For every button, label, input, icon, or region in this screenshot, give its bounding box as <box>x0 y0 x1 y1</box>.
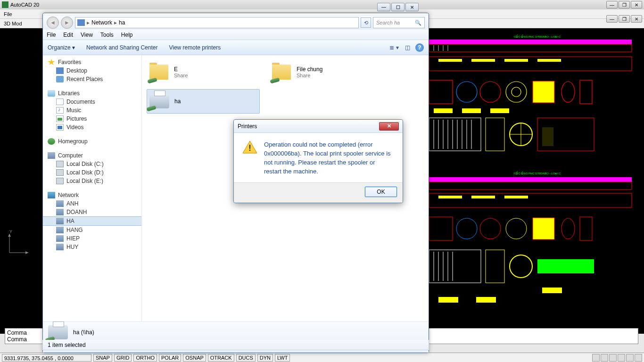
dyn-toggle[interactable]: DYN <box>257 354 273 362</box>
share-folder-file-chung[interactable]: File chungShare <box>269 60 382 84</box>
view-options-button[interactable]: ≣ ▾ <box>389 43 399 52</box>
network-icon <box>77 19 85 26</box>
help-menu[interactable]: Help <box>121 32 133 38</box>
help-button[interactable]: ? <box>415 43 424 52</box>
tree-net-huy[interactable]: HUY <box>43 243 141 251</box>
svg-rect-26 <box>462 108 481 113</box>
network-sharing-center-link[interactable]: Network and Sharing Center <box>86 44 157 51</box>
svg-rect-51 <box>429 217 453 240</box>
autocad-title-text: AutoCAD 20 <box>10 2 39 8</box>
homegroup[interactable]: Homegroup <box>43 137 141 146</box>
libraries-icon <box>48 90 55 97</box>
address-bar[interactable]: ▸ Network ▸ ha <box>75 17 359 28</box>
doc-minimize-button[interactable]: — <box>606 15 618 23</box>
navigation-pane[interactable]: Favorites Desktop Recent Places Librarie… <box>43 55 142 321</box>
svg-point-54 <box>506 218 527 239</box>
network-icon <box>48 192 55 198</box>
view-remote-printers-link[interactable]: View remote printers <box>169 44 221 51</box>
doc-close-button[interactable]: ✕ <box>631 15 642 23</box>
svg-text:CỐC ỐNG PHC D700/ABO - LOẠI C: CỐC ỐNG PHC D700/ABO - LOẠI C <box>514 171 561 175</box>
grid-toggle[interactable]: GRID <box>114 354 132 362</box>
tree-disk-e[interactable]: Local Disk (E:) <box>43 177 141 185</box>
svg-rect-64 <box>486 250 504 283</box>
explorer-toolbar: Organize ▾ Network and Sharing Center Vi… <box>43 40 429 55</box>
dialog-titlebar[interactable]: Printers ✕ <box>234 120 403 133</box>
osnap-toggle[interactable]: OSNAP <box>183 354 206 362</box>
svg-rect-43 <box>542 127 553 146</box>
tree-desktop[interactable]: Desktop <box>43 66 141 75</box>
tree-net-hang[interactable]: HANG <box>43 226 141 234</box>
favorites-group[interactable]: Favorites <box>43 58 141 66</box>
tree-disk-d[interactable]: Local Disk (D:) <box>43 168 141 177</box>
tree-pictures[interactable]: Pictures <box>43 115 141 123</box>
organize-button[interactable]: Organize ▾ <box>48 44 75 51</box>
bg-max-button[interactable]: ☐ <box>391 3 405 11</box>
breadcrumb-network[interactable]: Network <box>91 19 112 26</box>
doc-restore-button[interactable]: ❐ <box>619 15 630 23</box>
edit-menu[interactable]: Edit <box>63 32 73 38</box>
dialog-message: Operation could not be completed (error … <box>264 140 394 176</box>
tree-recent-places[interactable]: Recent Places <box>43 75 141 83</box>
svg-text:!: ! <box>248 143 251 153</box>
lwt-toggle[interactable]: LWT <box>275 354 290 362</box>
printer-ha[interactable]: ha <box>147 89 260 114</box>
forward-button[interactable]: ► <box>61 16 73 29</box>
svg-rect-69 <box>476 297 496 303</box>
close-button[interactable]: ✕ <box>631 1 642 8</box>
svg-rect-6 <box>429 40 632 44</box>
status-icon[interactable] <box>618 354 625 362</box>
svg-rect-48 <box>438 196 462 198</box>
printer-icon <box>149 94 169 108</box>
tree-music[interactable]: Music <box>43 106 141 115</box>
tools-menu[interactable]: Tools <box>100 32 114 38</box>
status-icon[interactable] <box>626 354 634 362</box>
breadcrumb-ha[interactable]: ha <box>119 19 125 26</box>
snap-toggle[interactable]: SNAP <box>93 354 112 362</box>
file-menu[interactable]: File <box>4 11 12 17</box>
explorer-navbar: ◄ ► ▸ Network ▸ ha ⟲ Search ha 🔍 <box>43 16 429 30</box>
tree-net-anh[interactable]: ANH <box>43 199 141 208</box>
search-input[interactable]: Search ha 🔍 <box>373 17 425 28</box>
bg-close-button[interactable]: ✕ <box>405 3 419 11</box>
computer-icon <box>56 244 64 250</box>
status-icon[interactable] <box>592 354 600 362</box>
network-group[interactable]: Network <box>43 191 141 199</box>
svg-marker-3 <box>8 234 11 237</box>
tree-net-ha[interactable]: HA <box>43 216 141 226</box>
back-button[interactable]: ◄ <box>47 16 59 29</box>
status-icon[interactable] <box>635 354 642 362</box>
ok-button[interactable]: OK <box>365 187 397 197</box>
ducs-toggle[interactable]: DUCS <box>236 354 256 362</box>
preview-pane-button[interactable]: ◫ <box>402 43 413 52</box>
svg-rect-66 <box>537 259 594 273</box>
computer-group[interactable]: Computer <box>43 151 141 160</box>
svg-rect-45 <box>429 177 632 182</box>
printer-icon <box>48 325 68 339</box>
bg-min-button[interactable]: — <box>377 3 390 11</box>
otrack-toggle[interactable]: OTRACK <box>208 354 234 362</box>
status-icon[interactable] <box>609 354 617 362</box>
details-name: ha (\\ha) <box>73 329 94 336</box>
computer-icon <box>56 235 64 242</box>
ortho-toggle[interactable]: ORTHO <box>133 354 157 362</box>
share-folder-e[interactable]: EShare <box>147 60 260 84</box>
polar-toggle[interactable]: POLAR <box>159 354 181 362</box>
dialog-close-button[interactable]: ✕ <box>379 122 399 131</box>
workspace-dropdown[interactable]: 3D Mod <box>4 21 22 26</box>
tree-net-hiep[interactable]: HIEP <box>43 234 141 243</box>
tree-net-doanh[interactable]: DOANH <box>43 208 141 216</box>
file-menu[interactable]: File <box>47 32 56 38</box>
star-icon <box>48 59 55 66</box>
printers-dialog: Printers ✕ ! Operation could not be comp… <box>233 119 403 203</box>
tree-disk-c[interactable]: Local Disk (C:) <box>43 160 141 168</box>
view-menu[interactable]: View <box>81 32 93 38</box>
status-icon[interactable] <box>601 354 608 362</box>
tree-videos[interactable]: Videos <box>43 123 141 132</box>
minimize-button[interactable]: — <box>606 1 618 8</box>
folder-icon <box>149 65 168 80</box>
pictures-icon <box>56 115 64 122</box>
maximize-button[interactable]: ❐ <box>619 1 630 8</box>
tree-documents[interactable]: Documents <box>43 98 141 106</box>
libraries-group[interactable]: Libraries <box>43 89 141 98</box>
refresh-button[interactable]: ⟲ <box>361 17 371 28</box>
